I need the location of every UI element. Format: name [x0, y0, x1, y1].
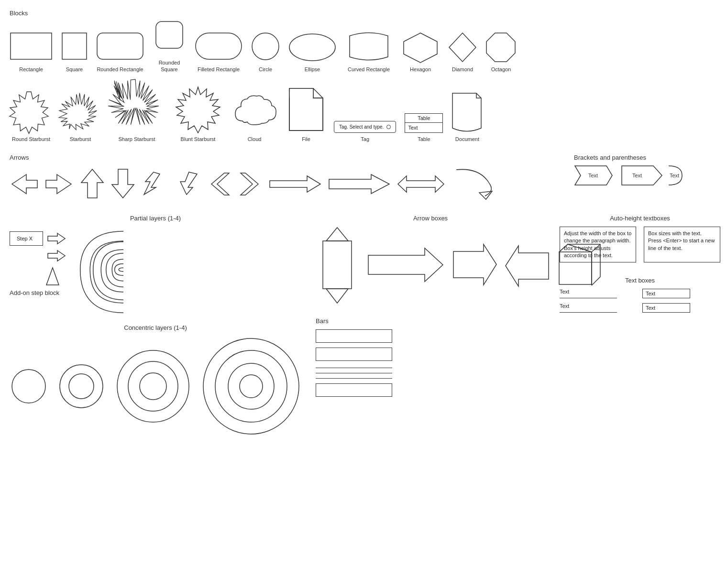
circle-label: Circle: [259, 66, 272, 73]
auto-box-1[interactable]: Adjust the width of the box to change th…: [560, 227, 636, 263]
up-arrow-svg[interactable]: [80, 168, 104, 199]
shape-round-starburst[interactable]: Round Starburst: [10, 90, 53, 142]
bar-line-3[interactable]: [316, 378, 392, 379]
chevron-right-svg[interactable]: [238, 172, 262, 196]
rounded-rect-svg: [96, 32, 144, 63]
svg-marker-21: [270, 176, 320, 192]
svg-point-40: [228, 363, 274, 409]
starburst-svg: [61, 90, 99, 133]
svg-marker-19: [211, 173, 229, 195]
arrow-bracket-svg[interactable]: Text: [621, 165, 664, 186]
shape-rounded-square[interactable]: Rounded Square: [153, 21, 186, 73]
text-box-ul-1[interactable]: Text: [560, 289, 617, 298]
text-box-b-2[interactable]: Text: [642, 303, 690, 313]
shape-filleted-rectangle[interactable]: Filleted Rectangle: [195, 32, 242, 73]
shape-cloud[interactable]: Cloud: [231, 90, 278, 142]
svg-marker-11: [108, 79, 159, 124]
svg-point-34: [69, 374, 94, 399]
svg-rect-2: [97, 33, 143, 59]
svg-point-37: [140, 373, 166, 400]
svg-rect-12: [289, 88, 313, 98]
shape-table[interactable]: Table Text Table: [405, 113, 443, 142]
double-arrow-svg[interactable]: [397, 172, 445, 196]
right-bracket-svg[interactable]: Text: [668, 165, 687, 186]
blocks-label: Blocks: [10, 10, 717, 17]
shape-document[interactable]: Document: [452, 92, 483, 142]
text-boxes-section: Text boxes Text Text Text Text: [560, 277, 720, 313]
square-label: Square: [66, 66, 83, 73]
ellipse-svg: [288, 32, 336, 63]
rounded-square-label: Rounded Square: [153, 59, 186, 73]
octagon-label: Octagon: [491, 66, 511, 73]
svg-marker-13: [12, 174, 37, 194]
bar-box-3[interactable]: [316, 383, 392, 397]
table-body: Text: [405, 123, 442, 132]
ellipse-label: Ellipse: [305, 66, 320, 73]
left-arrow-svg[interactable]: [10, 172, 38, 196]
diagonal-right-arrow-svg[interactable]: [175, 168, 201, 199]
curved-arrow-svg[interactable]: [452, 165, 499, 203]
down-arrow-svg[interactable]: [111, 168, 135, 199]
concentric-4[interactable]: [201, 336, 301, 436]
concentric-section: Concentric layers (1-4): [10, 324, 301, 436]
auto-box-2[interactable]: Box sizes with the text. Press <Enter> t…: [644, 227, 720, 263]
shape-diamond[interactable]: Diamond: [448, 32, 477, 73]
shape-starburst[interactable]: Starburst: [61, 90, 99, 142]
svg-marker-10: [59, 93, 97, 130]
rectangle-label: Rectangle: [19, 66, 43, 73]
svg-marker-20: [241, 173, 258, 195]
chevron-left-svg[interactable]: [208, 172, 231, 196]
wide-long-arrow-svg[interactable]: [328, 172, 390, 196]
shape-circle[interactable]: Circle: [251, 32, 280, 73]
svg-text:Text: Text: [588, 173, 598, 178]
shape-file[interactable]: File: [287, 87, 325, 142]
svg-point-41: [240, 375, 263, 398]
shape-tag[interactable]: Tag. Select and type. Tag: [334, 121, 396, 142]
right-arrow-box[interactable]: [367, 243, 444, 286]
shape-hexagon[interactable]: Hexagon: [401, 32, 440, 73]
arrows-section: Arrows: [10, 154, 717, 203]
text-box-b-1[interactable]: Text: [642, 289, 690, 298]
left-arrow-box[interactable]: [507, 243, 550, 286]
shape-square[interactable]: Square: [61, 32, 88, 73]
chevron-bracket-svg[interactable]: Text: [574, 165, 617, 186]
curved-rectangle-label: Curved Rectangle: [348, 66, 390, 73]
shape-rounded-rectangle[interactable]: Rounded Rectangle: [96, 32, 144, 73]
file-svg: [287, 87, 325, 133]
tag-circle: [386, 125, 391, 129]
text-box-ul-2[interactable]: Text: [560, 303, 617, 313]
svg-marker-8: [449, 33, 476, 62]
shape-curved-rectangle[interactable]: Curved Rectangle: [345, 32, 393, 73]
svg-point-38: [203, 338, 299, 434]
bar-box-1[interactable]: [316, 329, 392, 343]
shape-sharp-starburst[interactable]: Sharp Starburst: [108, 78, 165, 142]
blunt-starburst-label: Blunt Starburst: [181, 136, 216, 142]
filleted-rect-svg: [195, 32, 242, 63]
shape-rectangle[interactable]: Rectangle: [10, 32, 53, 73]
bar-box-2[interactable]: [316, 348, 392, 361]
bar-line-2[interactable]: [316, 373, 392, 373]
filleted-rectangle-label: Filleted Rectangle: [198, 66, 240, 73]
svg-marker-7: [404, 33, 437, 63]
concentric-3[interactable]: [115, 348, 191, 425]
shape-ellipse[interactable]: Ellipse: [288, 32, 336, 73]
updown-arrow-box[interactable]: [316, 227, 359, 303]
step-block-area: Step X: [10, 231, 66, 300]
step-block-box[interactable]: Step X: [10, 231, 43, 246]
shape-octagon[interactable]: Octagon: [485, 32, 517, 73]
svg-marker-44: [326, 289, 348, 303]
bars-col: [316, 329, 545, 397]
long-right-arrow-svg[interactable]: [269, 172, 321, 196]
concentric-label: Concentric layers (1-4): [124, 324, 187, 331]
shape-blunt-starburst[interactable]: Blunt Starburst: [174, 85, 222, 142]
svg-rect-1: [62, 33, 87, 59]
concentric-1[interactable]: [10, 367, 48, 405]
right-arrow-box2[interactable]: [452, 242, 498, 287]
svg-marker-30: [48, 233, 65, 244]
right-arrow-svg[interactable]: [45, 172, 74, 196]
tag-label: Tag: [361, 136, 369, 142]
concentric-2[interactable]: [57, 362, 105, 410]
bar-line-1[interactable]: [316, 368, 392, 368]
diagonal-left-arrow-svg[interactable]: [142, 168, 168, 199]
svg-marker-17: [144, 172, 160, 195]
